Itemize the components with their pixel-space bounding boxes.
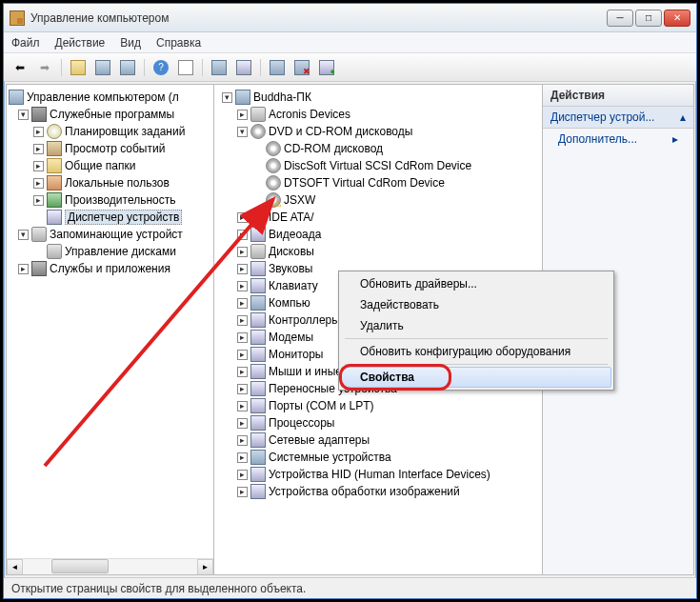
expand-icon[interactable]: ▸ (237, 315, 248, 326)
menu-help[interactable]: Справка (156, 36, 201, 50)
tree-node-disk-dev[interactable]: ▸ Дисковы (216, 243, 540, 260)
left-tree: Управление компьютером (л ▾ Служебные пр… (7, 85, 213, 281)
tb-help-button[interactable]: ? (150, 57, 171, 78)
gear-icon (31, 261, 47, 276)
expand-icon[interactable]: ▸ (237, 332, 248, 343)
tb-remove-button[interactable]: ✖ (291, 57, 312, 78)
tree-node-hid[interactable]: ▸ Устройства HID (Human Interface Device… (216, 466, 540, 483)
expand-icon[interactable]: ▸ (33, 178, 44, 189)
enable-icon: ● (319, 60, 334, 75)
panel-icon (95, 60, 110, 75)
tree-node-local-users[interactable]: ▸ Локальные пользов (9, 174, 211, 191)
expand-icon[interactable]: ▸ (237, 298, 248, 309)
perf-icon (47, 192, 62, 208)
expand-icon[interactable]: ▸ (237, 110, 248, 120)
tree-node-acronis[interactable]: ▸ Acronis Devices (216, 106, 540, 123)
tree-node-video[interactable]: ▸ Видеоада (216, 226, 540, 243)
tb-folder-button[interactable] (68, 57, 89, 78)
tb-scan-button[interactable] (233, 57, 254, 78)
tree-node-scheduler[interactable]: ▸ Планировщик заданий (9, 123, 211, 140)
expand-icon[interactable]: ▸ (33, 161, 44, 171)
collapse-icon[interactable]: ▾ (237, 127, 248, 137)
back-button[interactable]: ⬅ (10, 57, 30, 78)
menu-file[interactable]: Файл (11, 36, 40, 50)
tree-node-discsoft[interactable]: DiscSoft Virtual SCSI CdRom Device (216, 157, 540, 174)
tree-node-root[interactable]: Управление компьютером (л (9, 89, 211, 106)
tree-node-jsxw-error[interactable]: JSXW (216, 191, 540, 209)
scroll-track[interactable] (23, 559, 197, 574)
context-menu: Обновить драйверы... Задействовать Удали… (338, 271, 614, 391)
ctx-scan[interactable]: Обновить конфигурацию оборудования (341, 341, 611, 362)
tree-node-ide[interactable]: ▸ IDE ATA/ (216, 209, 540, 226)
expand-icon[interactable]: ▸ (237, 350, 248, 360)
tree-node-device-manager[interactable]: Диспетчер устройств (9, 209, 211, 226)
tb-enable-button[interactable]: ● (316, 57, 337, 78)
collapse-icon[interactable]: ▾ (18, 230, 29, 240)
expand-icon[interactable]: ▸ (237, 264, 248, 274)
minimize-button[interactable]: ─ (607, 10, 633, 27)
expand-icon[interactable]: ▸ (18, 264, 29, 274)
expand-icon[interactable]: ▸ (237, 418, 248, 429)
ctx-update-drivers[interactable]: Обновить драйверы... (341, 273, 611, 294)
maximize-button[interactable]: □ (635, 10, 662, 27)
tb-comp-button[interactable] (209, 57, 230, 78)
actions-additional[interactable]: Дополнитель... ▸ (543, 129, 693, 150)
imaging-icon (250, 484, 266, 499)
expand-icon[interactable]: ▸ (237, 281, 248, 291)
cd-icon (266, 158, 281, 173)
expand-icon[interactable]: ▸ (237, 401, 248, 411)
tree-node-imaging[interactable]: ▸ Устройства обработки изображений (216, 483, 540, 500)
disk-icon (47, 244, 62, 259)
collapse-icon[interactable]: ▾ (222, 92, 232, 103)
expand-icon[interactable]: ▸ (237, 230, 248, 240)
scroll-left-button[interactable]: ◄ (7, 559, 23, 574)
tree-node-cdrom[interactable]: CD-ROM дисковод (216, 140, 540, 157)
actions-section[interactable]: Диспетчер устрой... ▴ (543, 107, 693, 129)
tree-node-network[interactable]: ▸ Сетевые адаптеры (216, 431, 540, 449)
expand-icon[interactable]: ▸ (237, 470, 248, 480)
tree-node-shared-folders[interactable]: ▸ Общие папки (9, 157, 211, 174)
expand-icon[interactable]: ▸ (237, 452, 248, 463)
expand-icon[interactable]: ▸ (33, 144, 44, 154)
cd-warning-icon (266, 192, 281, 208)
tree-node-disk-mgmt[interactable]: Управление дисками (9, 243, 211, 260)
expand-icon[interactable]: ▸ (33, 195, 44, 206)
horizontal-scrollbar[interactable]: ◄ ► (7, 558, 213, 574)
tb-comp2-button[interactable] (267, 57, 288, 78)
expand-icon[interactable]: ▸ (237, 487, 248, 497)
expand-icon[interactable]: ▸ (237, 247, 248, 257)
tree-node-dtsoft[interactable]: DTSOFT Virtual CdRom Device (216, 174, 540, 191)
tree-node-computer[interactable]: ▾ Buddha-ПК (216, 89, 540, 106)
scroll-right-button[interactable]: ► (197, 559, 213, 574)
expand-icon[interactable]: ▸ (237, 367, 248, 377)
forward-button[interactable]: ➡ (34, 57, 55, 78)
tb-prop-button[interactable] (92, 57, 113, 78)
scroll-thumb[interactable] (51, 559, 109, 573)
tb-panel2-button[interactable] (117, 57, 138, 78)
menu-action[interactable]: Действие (55, 36, 106, 50)
close-button[interactable]: ✕ (664, 10, 690, 27)
tree-node-event-viewer[interactable]: ▸ Просмотр событий (9, 140, 211, 157)
tree-node-performance[interactable]: ▸ Производительность (9, 191, 211, 209)
mouse-icon (250, 364, 266, 379)
expand-icon[interactable]: ▸ (237, 212, 248, 223)
ctx-enable[interactable]: Задействовать (341, 294, 611, 315)
tree-node-services-group[interactable]: ▾ Служебные программы (9, 106, 211, 123)
ctx-delete[interactable]: Удалить (341, 315, 611, 336)
tb-doc-button[interactable] (175, 57, 196, 78)
expand-icon[interactable]: ▸ (237, 435, 248, 446)
expand-icon[interactable]: ▸ (33, 127, 44, 137)
tree-node-system-dev[interactable]: ▸ Системные устройства (216, 449, 540, 466)
menu-view[interactable]: Вид (120, 36, 141, 50)
tree-node-dvd[interactable]: ▾ DVD и CD-ROM дисководы (216, 123, 540, 140)
tree-node-storage[interactable]: ▾ Запоминающие устройст (9, 226, 211, 243)
collapse-icon[interactable]: ▾ (18, 110, 29, 120)
expand-icon[interactable]: ▸ (237, 384, 248, 394)
statusbar: Открытие страницы свойств для выделенног… (4, 577, 696, 598)
ctx-properties[interactable]: Свойства (341, 367, 611, 388)
clock-icon (47, 124, 62, 139)
tree-node-processors[interactable]: ▸ Процессоры (216, 414, 540, 431)
tree-node-ports[interactable]: ▸ Порты (COM и LPT) (216, 397, 540, 414)
ide-icon (250, 210, 266, 225)
tree-node-services-apps[interactable]: ▸ Службы и приложения (9, 260, 211, 277)
